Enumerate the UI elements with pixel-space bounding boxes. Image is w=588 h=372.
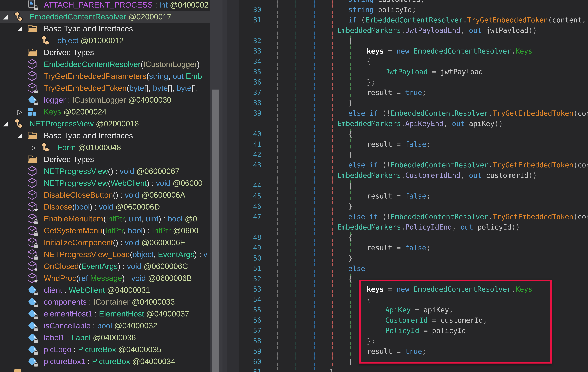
code-line-60[interactable]: 60} (239, 356, 588, 367)
indent-guide (314, 46, 315, 56)
code-line-36[interactable]: 36}; (239, 77, 588, 87)
code-line-46[interactable]: 46} (239, 201, 588, 212)
code-line-45[interactable]: 45result = false; (239, 191, 588, 201)
tree-item-attach-parent-process[interactable]: ATTACH_PARENT_PROCESS : int @0400002 (0, 0, 210, 11)
code-line-40[interactable]: 40{ (239, 129, 588, 139)
indent-guide (277, 15, 278, 25)
tree-item-client[interactable]: client : WebClient @04000031 (0, 284, 210, 296)
tree-scrollbar-thumb[interactable] (212, 90, 219, 372)
line-number: 33 (239, 46, 261, 56)
expander-open-icon[interactable]: ◢ (3, 11, 8, 22)
code-line-54[interactable]: 54{ (239, 294, 588, 305)
tree-item-initializecomponent[interactable]: InitializeComponent() : void @0600006E (0, 236, 210, 248)
star-overlay-icon (34, 279, 38, 284)
indent-guide (350, 305, 351, 315)
tree-item-object[interactable]: object @01000012 (0, 34, 210, 46)
tree-item-onclosed[interactable]: OnClosed(EventArgs) : void @0600006C (0, 260, 210, 272)
code-line-52[interactable]: 52{ (239, 274, 588, 284)
tree-item-getsystemmenu[interactable]: GetSystemMenu(IntPtr, bool) : IntPtr @06… (0, 224, 210, 236)
tree-item-enablemenuitem[interactable]: EnableMenuItem(IntPtr, uint, uint) : boo… (0, 213, 210, 224)
code-line-30[interactable]: 30string policyId; (239, 4, 588, 15)
tree-item-trygetembeddedtoken[interactable]: TryGetEmbeddedToken(byte[], byte[], byte… (0, 82, 210, 94)
code-line-50[interactable]: 50} (239, 253, 588, 263)
code-line-38[interactable]: 38} (239, 98, 588, 108)
tree-label-segment (88, 274, 90, 282)
code-line-wrap[interactable]: EmbeddedMarkers.PolicyIdEnd, out policyI… (239, 222, 588, 232)
tree-item-components[interactable]: components : IContainer @04000033 (0, 296, 210, 308)
tree-scrollbar[interactable] (210, 0, 222, 372)
code-line-51[interactable]: 51else (239, 263, 588, 274)
code-line-33[interactable]: 33keys = new EmbeddedContentResolver.Key… (239, 46, 588, 56)
code-line-59[interactable]: 59result = true; (239, 346, 588, 356)
tree-label-segment: bool (97, 321, 112, 330)
code-line-42[interactable]: 42} (239, 149, 588, 160)
tree-item-embeddedcontentresolver[interactable]: EmbeddedContentResolver(ICustomLogger) (0, 58, 210, 70)
tree-item-derived-types[interactable]: Derived Types (0, 46, 210, 58)
code-line-61[interactable]: 61} (239, 367, 588, 372)
tree-item-netprogressview[interactable]: ◢NETProgressView @02000018 (0, 118, 210, 129)
tree-item-label1[interactable]: label1 : Label @04000036 (0, 331, 210, 343)
code-line-41[interactable]: 41result = false; (239, 139, 588, 149)
code-line-56[interactable]: 56CustomerId = customerId, (239, 315, 588, 325)
code-token: = (392, 88, 405, 96)
decompiled-code-editor[interactable]: string customerId;30string policyId;31if… (239, 0, 588, 372)
code-line-57[interactable]: 57PolicyId = policyId (239, 325, 588, 336)
tree-item-wndproc[interactable]: WndProc(ref Message) : void @0600006B (0, 272, 210, 284)
line-number: 41 (239, 139, 261, 149)
expander-open-icon[interactable]: ◢ (17, 129, 22, 141)
code-text: keys = new EmbeddedContentResolver.Keys (367, 284, 533, 294)
tree-item-derived-types[interactable]: Derived Types (0, 153, 210, 165)
tree-item-keys[interactable]: ▷Keys @02000024 (0, 106, 210, 118)
code-line-47[interactable]: 47else if (!EmbeddedContentResolver.TryG… (239, 212, 588, 222)
panel-splitter[interactable] (222, 0, 227, 372)
code-line-35[interactable]: 35JwtPayload = jwtPayload (239, 67, 588, 77)
code-line-58[interactable]: 58}; (239, 336, 588, 346)
code-line-55[interactable]: 55ApiKey = apiKey, (239, 305, 588, 315)
code-line-wrap[interactable]: EmbeddedMarkers.JwtPayloadEnd, out jwtPa… (239, 25, 588, 35)
code-line-wrap[interactable]: string customerId; (239, 0, 588, 4)
tree-item-trygetembeddedparameters[interactable]: TryGetEmbeddedParameters(string, out Emb (0, 70, 210, 82)
expander-open-icon[interactable]: ◢ (3, 118, 8, 129)
tree-label-segment: ) : (143, 226, 152, 235)
tree-item-logger[interactable]: logger : ICustomLogger @04000030 (0, 94, 210, 106)
tree-item-netprogressview[interactable]: NETProgressView() : void @06000067 (0, 165, 210, 177)
code-line-49[interactable]: 49result = false; (239, 243, 588, 253)
tree-item-elementhost1[interactable]: elementHost1 : ElementHost @04000037 (0, 308, 210, 320)
tree-label-segment: @0600006E (139, 238, 185, 247)
tree-item-base-type-and-interfaces[interactable]: ◢Base Type and Interfaces (0, 22, 210, 34)
code-line-39[interactable]: 39else if (!EmbeddedContentResolver.TryG… (239, 108, 588, 118)
expander-collapsed-icon[interactable]: ▷ (31, 141, 36, 153)
tree-item-netprogressview[interactable]: NETProgressView(WebClient) : void @06000 (0, 177, 210, 189)
tree-item-piclogo[interactable]: picLogo : PictureBox @04000035 (0, 343, 210, 355)
tree-item-netprogressview-load[interactable]: NETProgressView_Load(object, EventArgs) … (0, 248, 210, 260)
code-line-48[interactable]: 48{ (239, 232, 588, 243)
code-line-wrap[interactable]: EmbeddedMarkers.CustomerIdEnd, out custo… (239, 170, 588, 181)
code-line-53[interactable]: 53keys = new EmbeddedContentResolver.Key… (239, 284, 588, 294)
tree-item-dispose[interactable]: Dispose(bool) : void @0600006D (0, 201, 210, 213)
tree-item-disableclosebutton[interactable]: DisableCloseButton() : void @0600006A (0, 189, 210, 201)
indent-guide (277, 243, 278, 253)
code-line-34[interactable]: 34{ (239, 56, 588, 67)
code-line-37[interactable]: 37result = true; (239, 87, 588, 98)
tree-item-picturebox1[interactable]: pictureBox1 : PictureBox @04000034 (0, 355, 210, 367)
tree-item-embeddedcontentresolver[interactable]: ◢EmbeddedContentResolver @02000017 (0, 11, 210, 22)
tree-item-base-type-and-interfaces[interactable]: ◢Base Type and Interfaces (0, 129, 210, 141)
tree-item-iscancellable[interactable]: isCancellable : bool @04000032 (0, 320, 210, 331)
code-token: PolicyId (385, 327, 419, 335)
code-line-32[interactable]: 32{ (239, 35, 588, 46)
expander-open-icon[interactable]: ◢ (17, 22, 22, 34)
code-token: . (401, 26, 405, 34)
field-icon (27, 297, 37, 307)
code-line-44[interactable]: 44{ (239, 181, 588, 191)
code-token: (! (378, 161, 391, 169)
code-line-31[interactable]: 31if (EmbeddedContentResolver.TryGetEmbe… (239, 15, 588, 25)
code-line-43[interactable]: 43else if (!EmbeddedContentResolver.TryG… (239, 160, 588, 170)
code-line-wrap[interactable]: EmbeddedMarkers.ApiKeyEnd, out apiKey)) (239, 118, 588, 129)
assembly-explorer-tree[interactable]: ATTACH_PARENT_PROCESS : int @0400002◢Emb… (0, 0, 210, 372)
tree-item-form[interactable]: ▷Form @01000048 (0, 141, 210, 153)
field-icon (27, 308, 37, 319)
tree-label-segment: void (125, 191, 139, 199)
expander-collapsed-icon[interactable]: ▷ (17, 106, 22, 118)
line-number: 36 (239, 77, 261, 87)
indent-guide (332, 315, 333, 325)
